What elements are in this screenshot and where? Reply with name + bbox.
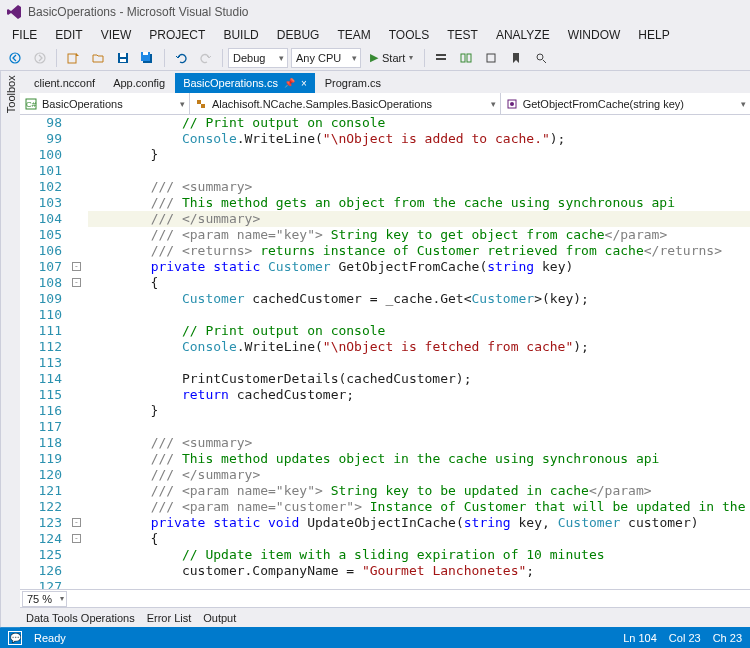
save-button[interactable] bbox=[112, 47, 134, 69]
pin-icon[interactable]: 📌 bbox=[284, 78, 295, 88]
doc-tab-label: Program.cs bbox=[325, 77, 381, 89]
vs-logo-icon bbox=[6, 4, 22, 20]
menu-analyze[interactable]: ANALYZE bbox=[488, 26, 558, 44]
svg-rect-10 bbox=[436, 58, 446, 60]
code-navbar: C# BasicOperations Alachisoft.NCache.Sam… bbox=[20, 93, 750, 115]
close-icon[interactable]: × bbox=[301, 78, 307, 89]
csharp-project-icon: C# bbox=[24, 97, 38, 111]
redo-button[interactable] bbox=[195, 47, 217, 69]
svg-line-15 bbox=[543, 60, 546, 63]
editor-footer: 75 % bbox=[20, 589, 750, 607]
class-icon bbox=[194, 97, 208, 111]
svg-rect-4 bbox=[120, 53, 126, 57]
status-line: Ln 104 bbox=[623, 632, 657, 644]
svg-rect-13 bbox=[487, 54, 495, 62]
menu-help[interactable]: HELP bbox=[630, 26, 677, 44]
svg-rect-8 bbox=[143, 52, 148, 55]
svg-rect-2 bbox=[68, 54, 76, 63]
menu-test[interactable]: TEST bbox=[439, 26, 486, 44]
doc-tab-0[interactable]: client.ncconf bbox=[26, 73, 103, 93]
svg-point-0 bbox=[10, 53, 20, 63]
bottom-tab-0[interactable]: Data Tools Operations bbox=[26, 612, 135, 624]
code-content[interactable]: // Print output on console Console.Write… bbox=[84, 115, 750, 589]
nav-project-dropdown[interactable]: C# BasicOperations bbox=[20, 93, 190, 114]
svg-rect-9 bbox=[436, 54, 446, 56]
status-ch: Ch 23 bbox=[713, 632, 742, 644]
svg-rect-5 bbox=[120, 59, 126, 62]
menu-window[interactable]: WINDOW bbox=[560, 26, 629, 44]
find-button[interactable] bbox=[530, 47, 552, 69]
svg-point-21 bbox=[510, 102, 514, 106]
toolbar: Debug Any CPU ▶ Start ▾ bbox=[0, 45, 750, 71]
svg-rect-19 bbox=[201, 104, 205, 108]
svg-rect-11 bbox=[461, 54, 465, 62]
undo-button[interactable] bbox=[170, 47, 192, 69]
outline-toggle[interactable]: - bbox=[72, 534, 81, 543]
menu-build[interactable]: BUILD bbox=[215, 26, 266, 44]
bottom-tab-1[interactable]: Error List bbox=[147, 612, 192, 624]
svg-text:C#: C# bbox=[26, 100, 37, 109]
menu-bar: FILEEDITVIEWPROJECTBUILDDEBUGTEAMTOOLSTE… bbox=[0, 24, 750, 45]
zoom-dropdown[interactable]: 75 % bbox=[22, 591, 67, 607]
outline-toggle[interactable]: - bbox=[72, 278, 81, 287]
bottom-tab-2[interactable]: Output bbox=[203, 612, 236, 624]
doc-tab-3[interactable]: Program.cs bbox=[317, 73, 389, 93]
doc-tab-label: App.config bbox=[113, 77, 165, 89]
nav-method-dropdown[interactable]: GetObjectFromCache(string key) bbox=[501, 93, 750, 114]
open-file-button[interactable] bbox=[87, 47, 109, 69]
menu-team[interactable]: TEAM bbox=[329, 26, 378, 44]
doc-tab-1[interactable]: App.config bbox=[105, 73, 173, 93]
new-project-button[interactable] bbox=[62, 47, 84, 69]
start-debug-button[interactable]: ▶ Start ▾ bbox=[364, 48, 419, 68]
uncomment-button[interactable] bbox=[480, 47, 502, 69]
bookmark-button[interactable] bbox=[505, 47, 527, 69]
line-number-gutter: 9899100101102103104105106107108109110111… bbox=[20, 115, 70, 589]
nav-back-button[interactable] bbox=[4, 47, 26, 69]
doc-tab-2[interactable]: BasicOperations.cs📌× bbox=[175, 73, 315, 93]
document-tabs: client.ncconfApp.configBasicOperations.c… bbox=[20, 71, 750, 93]
svg-point-14 bbox=[537, 54, 543, 60]
play-icon: ▶ bbox=[370, 51, 378, 64]
toolbox-tab[interactable]: Toolbox bbox=[0, 71, 20, 627]
start-label: Start bbox=[382, 52, 405, 64]
outline-gutter[interactable]: ---- bbox=[70, 115, 84, 589]
nav-forward-button[interactable] bbox=[29, 47, 51, 69]
comment-button[interactable] bbox=[455, 47, 477, 69]
doc-tab-label: BasicOperations.cs bbox=[183, 77, 278, 89]
doc-tab-label: client.ncconf bbox=[34, 77, 95, 89]
nav-class-dropdown[interactable]: Alachisoft.NCache.Samples.BasicOperation… bbox=[190, 93, 501, 114]
bottom-tool-tabs: Data Tools OperationsError ListOutput bbox=[20, 607, 750, 627]
svg-rect-12 bbox=[467, 54, 471, 62]
solution-platform-dropdown[interactable]: Any CPU bbox=[291, 48, 361, 68]
title-bar: BasicOperations - Microsoft Visual Studi… bbox=[0, 0, 750, 24]
outline-toggle[interactable]: - bbox=[72, 518, 81, 527]
window-title: BasicOperations - Microsoft Visual Studi… bbox=[28, 5, 249, 19]
code-editor[interactable]: 9899100101102103104105106107108109110111… bbox=[20, 115, 750, 589]
save-all-button[interactable] bbox=[137, 47, 159, 69]
svg-point-1 bbox=[35, 53, 45, 63]
status-bar: 💬 Ready Ln 104 Col 23 Ch 23 bbox=[0, 627, 750, 648]
method-icon bbox=[505, 97, 519, 111]
solution-config-dropdown[interactable]: Debug bbox=[228, 48, 288, 68]
menu-file[interactable]: FILE bbox=[4, 26, 45, 44]
status-col: Col 23 bbox=[669, 632, 701, 644]
outline-toggle[interactable]: - bbox=[72, 262, 81, 271]
status-feedback-icon[interactable]: 💬 bbox=[8, 631, 22, 645]
menu-view[interactable]: VIEW bbox=[93, 26, 140, 44]
svg-rect-18 bbox=[197, 100, 201, 104]
step-into-button[interactable] bbox=[430, 47, 452, 69]
menu-tools[interactable]: TOOLS bbox=[381, 26, 437, 44]
status-ready: Ready bbox=[34, 632, 66, 644]
menu-edit[interactable]: EDIT bbox=[47, 26, 90, 44]
menu-project[interactable]: PROJECT bbox=[141, 26, 213, 44]
menu-debug[interactable]: DEBUG bbox=[269, 26, 328, 44]
